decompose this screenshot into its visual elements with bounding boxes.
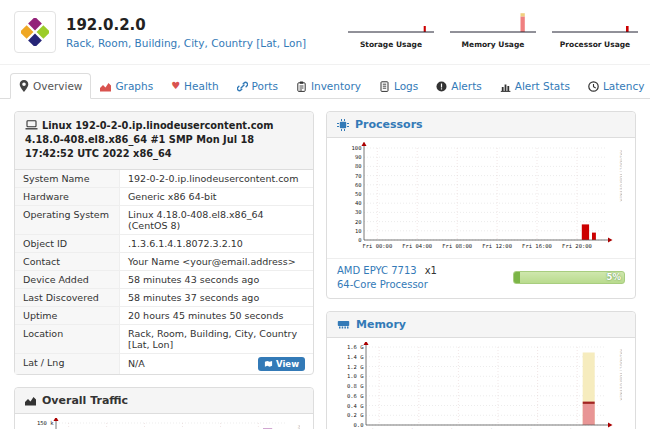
tab-label: Inventory — [311, 80, 361, 92]
tab-label: Alert Stats — [515, 80, 570, 92]
storage-usage-label: Storage Usage — [360, 40, 422, 49]
table-row: Lat / Lng N/A View — [15, 353, 313, 374]
memory-graph[interactable]: 1.6 G1.4 G1.2 G1.0 G0.8 G0.6 G0.4 G0.2 G… — [327, 338, 635, 429]
panel-title: Memory — [356, 318, 406, 331]
row-label: Hardware — [15, 187, 120, 205]
svg-text:RRDTOOL / TOBI OETIKER: RRDTOOL / TOBI OETIKER — [619, 349, 623, 401]
row-label: Operating System — [15, 205, 120, 234]
device-header: 192.0.2.0 Rack, Room, Building, City, Co… — [0, 0, 650, 65]
svg-text:RRDTOOL / TOBI OETIKER: RRDTOOL / TOBI OETIKER — [619, 150, 623, 202]
row-value: Rack, Room, Building, City, Country [Lat… — [120, 324, 314, 353]
row-value: 58 minutes 43 seconds ago — [120, 270, 314, 288]
tab-label: Overview — [33, 80, 82, 92]
svg-text:Fri 00:00: Fri 00:00 — [362, 243, 392, 249]
tab-logs[interactable]: Logs — [370, 73, 427, 99]
processors-header: Processors — [327, 112, 635, 138]
overall-traffic-header: Overall Traffic — [15, 388, 313, 414]
device-location-link[interactable]: Rack, Room, Building, City, Country [Lat… — [66, 37, 306, 49]
svg-text:70: 70 — [355, 173, 362, 179]
tab-health[interactable]: ♥ Health — [162, 73, 227, 99]
row-value: 192-0-2-0.ip.linodeusercontent.com — [120, 170, 314, 188]
svg-text:0.2 G: 0.2 G — [347, 412, 364, 418]
tab-alert-stats[interactable]: Alert Stats — [491, 73, 579, 99]
tab-graphs[interactable]: Graphs — [91, 73, 162, 99]
tab-label: Logs — [394, 80, 418, 92]
processor-usage-label: Processor Usage — [560, 40, 630, 49]
tab-label: Ports — [252, 80, 278, 92]
cpu-usage-bar: 5% — [513, 271, 625, 284]
svg-text:10: 10 — [355, 228, 362, 234]
table-row: LocationRack, Room, Building, City, Coun… — [15, 324, 313, 353]
device-tabbar: Overview Graphs ♥ Health Ports Inventory… — [0, 65, 650, 99]
table-row: ContactYour Name <your@email.address> — [15, 252, 313, 270]
cpu-count: x1 — [425, 265, 437, 276]
svg-text:0: 0 — [358, 237, 361, 243]
cpu-name-link[interactable]: AMD EPYC 7713 — [337, 265, 417, 276]
storage-usage-mini-graph[interactable] — [346, 9, 436, 39]
svg-text:RRDTOOL / TOBI OETIKER: RRDTOOL / TOBI OETIKER — [297, 425, 301, 429]
processors-panel: Processors 1009080706050403020100Fri 00:… — [326, 111, 636, 299]
svg-text:150 k: 150 k — [37, 420, 54, 426]
svg-text:100: 100 — [352, 145, 362, 151]
row-label: Device Added — [15, 270, 120, 288]
tab-inventory[interactable]: Inventory — [287, 73, 370, 99]
view-button-label: View — [276, 359, 299, 369]
svg-text:1.4 G: 1.4 G — [347, 354, 364, 360]
svg-text:30: 30 — [355, 209, 362, 215]
tab-overview[interactable]: Overview — [10, 73, 91, 99]
clock-icon — [588, 81, 599, 92]
row-value: .1.3.6.1.4.1.8072.3.2.10 — [120, 234, 314, 252]
header-mini-graphs: Storage Usage Memory Usage Processor Usa… — [346, 9, 640, 49]
os-logo-centos-icon — [14, 11, 56, 53]
panel-title: Overall Traffic — [42, 394, 128, 407]
memory-panel: Memory 1.6 G1.4 G1.2 G1.0 G0.8 G0.6 G0.4… — [326, 311, 636, 429]
tab-label: Alerts — [451, 80, 481, 92]
cpu-subtitle-link[interactable]: 64-Core Processor — [337, 279, 428, 290]
row-label: Location — [15, 324, 120, 353]
cpu-usage-fill — [514, 272, 520, 283]
overall-traffic-panel: Overall Traffic 150 k100 k50 k0Fri 00:00… — [14, 387, 314, 429]
link-icon — [237, 81, 248, 92]
svg-text:40: 40 — [355, 200, 362, 206]
system-banner-text: Linux 192-0-2-0.ip.linodeusercontent.com… — [25, 120, 274, 159]
svg-text:80: 80 — [355, 163, 362, 169]
cpu-row: AMD EPYC 7713x1 64-Core Processor 5% — [327, 258, 635, 298]
svg-text:Fri 12:00: Fri 12:00 — [482, 243, 512, 249]
row-label: System Name — [15, 170, 120, 188]
system-banner: Linux 192-0-2-0.ip.linodeusercontent.com… — [15, 112, 313, 170]
cpu-usage-percent: 5% — [607, 272, 621, 283]
memory-usage-label: Memory Usage — [462, 40, 525, 49]
row-value: Generic x86 64-bit — [120, 187, 314, 205]
memory-header: Memory — [327, 312, 635, 338]
table-row: Uptime20 hours 45 minutes 50 seconds — [15, 306, 313, 324]
exclamation-circle-icon — [436, 81, 447, 92]
table-row: System Name192-0-2-0.ip.linodeuserconten… — [15, 170, 313, 188]
row-value: Linux 4.18.0-408.el8.x86_64 (CentOS 8) — [120, 205, 314, 234]
svg-text:Fri 08:00: Fri 08:00 — [442, 243, 472, 249]
system-info-panel: Linux 192-0-2-0.ip.linodeusercontent.com… — [14, 111, 314, 375]
panel-title: Processors — [355, 118, 423, 131]
svg-text:0.8 G: 0.8 G — [347, 383, 364, 389]
row-label: Contact — [15, 252, 120, 270]
device-title: 192.0.2.0 — [66, 16, 306, 34]
row-value: 20 hours 45 minutes 50 seconds — [120, 306, 314, 324]
row-label: Object ID — [15, 234, 120, 252]
overall-traffic-graph[interactable]: 150 k100 k50 k0Fri 00:00Fri 04:00Fri 08:… — [15, 414, 313, 429]
row-value: N/A — [128, 358, 145, 369]
map-pin-icon — [19, 80, 29, 92]
svg-text:1.2 G: 1.2 G — [347, 364, 364, 370]
microchip-icon — [337, 119, 349, 131]
view-location-button[interactable]: View — [258, 357, 305, 371]
tab-ports[interactable]: Ports — [228, 73, 287, 99]
svg-text:0.6 G: 0.6 G — [347, 393, 364, 399]
processors-graph[interactable]: 1009080706050403020100Fri 00:00Fri 04:00… — [327, 138, 635, 258]
processor-usage-mini-graph[interactable] — [550, 9, 640, 39]
memory-icon — [337, 320, 350, 329]
svg-text:Fri 16:00: Fri 16:00 — [522, 243, 552, 249]
memory-usage-mini-graph[interactable] — [448, 9, 538, 39]
laptop-icon — [25, 120, 38, 130]
table-row: Operating SystemLinux 4.18.0-408.el8.x86… — [15, 205, 313, 234]
bar-chart-icon — [500, 81, 511, 92]
tab-latency[interactable]: Latency — [579, 73, 650, 99]
tab-alerts[interactable]: Alerts — [427, 73, 490, 99]
